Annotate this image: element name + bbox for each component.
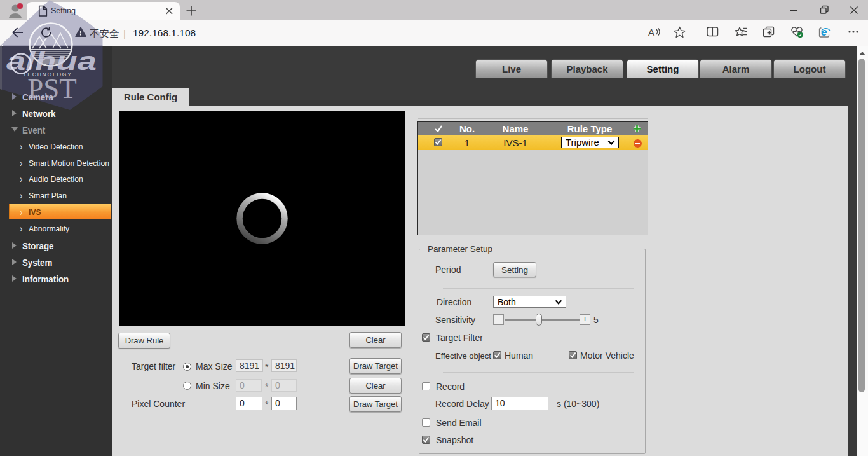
- svg-text:A: A: [648, 27, 654, 38]
- svg-text:e: e: [821, 26, 827, 38]
